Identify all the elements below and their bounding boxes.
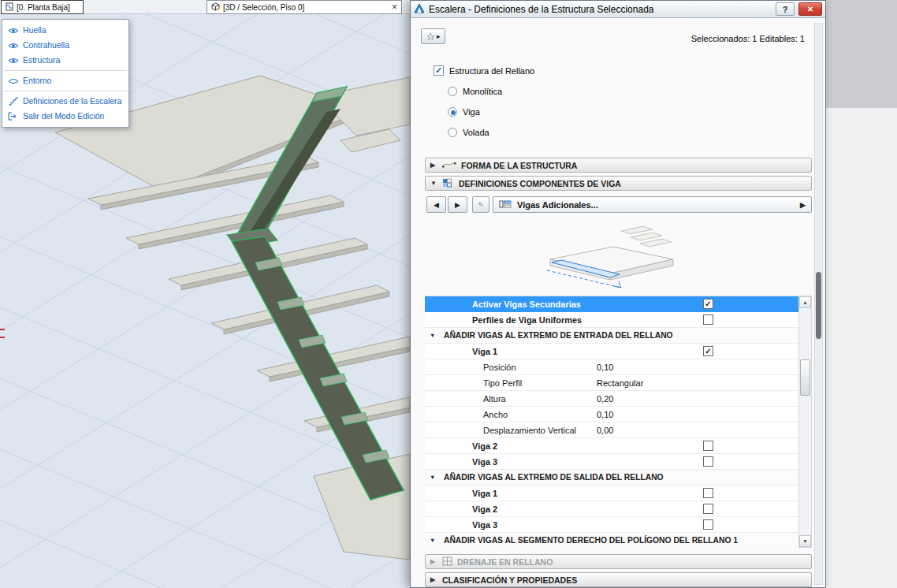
tab-planta-baja[interactable]: [0. Planta Baja] [1, 0, 84, 14]
application-window: [0. Planta Baja] [3D / Selección, Piso 0… [0, 0, 897, 588]
eye-icon [7, 42, 19, 50]
table-row[interactable]: Viga 1 [425, 486, 798, 501]
next-beam-button[interactable]: ▶ [448, 196, 467, 213]
row-value[interactable]: 0,10 [597, 410, 613, 419]
checkbox-unchecked[interactable] [703, 441, 713, 451]
tab-3d-seleccion[interactable]: [3D / Selección, Piso 0] × [207, 0, 402, 14]
chevron-down-icon[interactable]: ▼ [430, 474, 435, 481]
estructura-rellano-checkbox-row[interactable]: ✓ Estructura del Rellano [434, 65, 534, 76]
row-value[interactable]: Rectangular [597, 378, 643, 388]
checkbox-unchecked[interactable] [703, 504, 713, 514]
palette-item-estructura[interactable]: Estructura [2, 53, 128, 68]
beam-components-icon [442, 178, 454, 189]
table-row[interactable]: Viga 2 [425, 501, 798, 517]
section-label: DRENAJE EN RELLANO [457, 557, 553, 567]
radio-monolitica[interactable]: Monolítica [448, 85, 502, 98]
row-value[interactable]: 0,20 [597, 394, 613, 404]
section-label: DEFINICIONES COMPONENTES DE VIGA [459, 179, 621, 188]
help-button[interactable]: ? [776, 2, 795, 16]
table-row[interactable]: Perfiles de Viga Uniformes [425, 312, 798, 328]
palette-item-huella[interactable]: Huella [2, 23, 128, 38]
drainage-icon [442, 556, 452, 568]
row-label: Viga 2 [472, 504, 497, 514]
3d-cube-icon [211, 2, 220, 13]
beam-preview-image [501, 218, 714, 297]
section-label: CLASIFICACIÓN Y PROPIEDADES [442, 575, 577, 585]
section-drenaje[interactable]: ▶ DRENAJE EN RELLANO [425, 554, 812, 569]
row-label: Viga 1 [472, 489, 497, 498]
tab-label: [0. Planta Baja] [17, 3, 70, 12]
table-row[interactable]: Activar Vigas Secundarias✓ [425, 296, 798, 312]
palette-item-contrahuella[interactable]: Contrahuella [2, 38, 128, 53]
table-group-row[interactable]: ▼AÑADIR VIGAS AL SEGMENTO DERECHO DEL PO… [425, 533, 798, 548]
close-icon[interactable]: × [392, 3, 397, 11]
favorites-button[interactable]: ☆ ▸ [421, 28, 445, 44]
dialog-scrollbar[interactable] [814, 23, 823, 585]
palette-item-label: Definiciones de la Escalera [23, 97, 121, 106]
scrollbar-thumb[interactable] [800, 359, 810, 396]
table-row[interactable]: Viga 2 [425, 438, 798, 454]
row-label: Perfiles de Viga Uniformes [472, 315, 582, 325]
row-value[interactable]: 0,00 [597, 426, 613, 435]
row-value[interactable]: 0,10 [597, 363, 613, 372]
chevron-down-icon[interactable]: ▼ [430, 537, 435, 544]
vigas-adicionales-dropdown[interactable]: Vigas Adicionales... ▶ [493, 196, 812, 213]
row-label: Altura [483, 394, 506, 404]
star-icon: ☆ [426, 31, 435, 43]
chevron-right-icon: ▶ [430, 162, 437, 169]
dialog-titlebar[interactable]: Escalera - Definiciones de la Estructura… [411, 1, 825, 18]
table-row[interactable]: Altura0,20 [425, 391, 798, 407]
checkbox-unchecked[interactable] [703, 519, 713, 530]
close-button[interactable]: ✕ [798, 2, 822, 16]
chevron-down-icon[interactable]: ▼ [430, 332, 435, 339]
checkbox-label: Estructura del Rellano [449, 66, 534, 76]
radio-button[interactable] [448, 128, 457, 137]
table-row[interactable]: Posición0,10 [425, 359, 798, 375]
table-row[interactable]: Viga 1✓ [425, 344, 798, 359]
checkbox-checked[interactable]: ✓ [703, 346, 713, 356]
eye-icon [7, 27, 19, 35]
section-label: FORMA DE LA ESTRUCTURA [461, 161, 577, 170]
table-row[interactable]: Desplazamiento Vertical0,00 [425, 422, 798, 438]
row-label: Activar Vigas Secundarias [472, 300, 581, 309]
table-group-row[interactable]: ▼AÑADIR VIGAS AL EXTREMO DE ENTRADA DEL … [425, 328, 798, 344]
palette-item-salir-modo-edicion[interactable]: Salir del Modo Edición [2, 109, 128, 124]
viewport-marker [0, 337, 5, 338]
radio-label: Monolítica [463, 87, 502, 96]
radio-button-selected[interactable] [448, 107, 457, 117]
table-row[interactable]: Viga 3 [425, 454, 798, 470]
section-forma-estructura[interactable]: ▶ FORMA DE LA ESTRUCTURA [425, 158, 812, 173]
table-row[interactable]: Viga 3 [425, 517, 798, 533]
section-componentes-viga[interactable]: ▼ DEFINICIONES COMPONENTES DE VIGA [425, 176, 812, 191]
radio-volada[interactable]: Volada [448, 126, 489, 139]
edit-button[interactable]: ✎ [472, 196, 489, 213]
row-label: Desplazamiento Vertical [483, 426, 576, 435]
table-scrollbar[interactable]: ▲ ▼ [798, 296, 812, 548]
radio-viga[interactable]: Viga [448, 106, 480, 118]
scrollbar-thumb[interactable] [816, 272, 821, 339]
checkbox-unchecked[interactable] [703, 314, 713, 325]
arrow-right-icon: ▶ [455, 201, 460, 209]
scroll-down-icon[interactable]: ▼ [799, 535, 811, 547]
flyout-arrow-icon: ▸ [437, 32, 441, 40]
checkbox-checked[interactable]: ✓ [434, 65, 444, 76]
3d-viewport[interactable]: [0. Planta Baja] [3D / Selección, Piso 0… [0, 0, 410, 588]
popup-arrow-icon[interactable]: ▶ [800, 201, 806, 209]
palette-item-entorno[interactable]: Entorno [2, 73, 128, 88]
table-row[interactable]: Tipo PerfilRectangular [425, 375, 798, 391]
prev-beam-button[interactable]: ◀ [426, 196, 446, 213]
tab-bar: [0. Planta Baja] [3D / Selección, Piso 0… [0, 0, 410, 14]
table-row[interactable]: Ancho0,10 [425, 407, 798, 422]
radio-button[interactable] [448, 87, 457, 96]
dropdown-label: Vigas Adicionales... [517, 200, 598, 210]
beam-icon [499, 199, 512, 210]
checkbox-checked[interactable]: ✓ [703, 299, 713, 309]
scroll-up-icon[interactable]: ▲ [799, 296, 811, 308]
checkbox-unchecked[interactable] [703, 456, 713, 467]
radio-label: Viga [463, 107, 480, 117]
palette-item-definiciones-escalera[interactable]: Definiciones de la Escalera [2, 94, 128, 109]
checkbox-unchecked[interactable] [703, 488, 713, 498]
row-label: Viga 3 [472, 457, 497, 467]
section-clasificacion[interactable]: ▶ CLASIFICACIÓN Y PROPIEDADES [425, 572, 812, 587]
table-group-row[interactable]: ▼AÑADIR VIGAS AL EXTREMO DE SALIDA DEL R… [425, 470, 798, 486]
